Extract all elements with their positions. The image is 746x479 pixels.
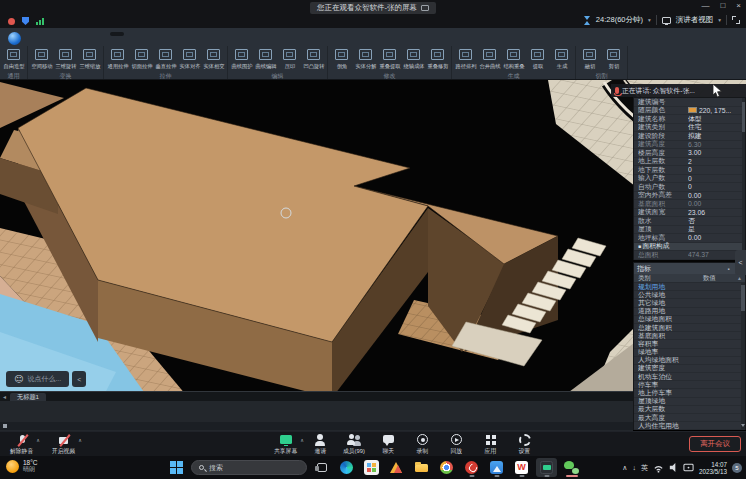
taskbar-icon-wechat[interactable] bbox=[561, 458, 582, 477]
ribbon-button[interactable]: 曲线围护 bbox=[230, 47, 253, 71]
ribbon-tab[interactable] bbox=[30, 32, 44, 36]
property-row[interactable]: 总面积 474.37 bbox=[634, 251, 745, 260]
clock[interactable]: 14:07 2023/5/13 bbox=[699, 461, 727, 475]
ribbon-tab[interactable] bbox=[142, 32, 156, 36]
emoji-icon[interactable]: ☺ bbox=[14, 374, 23, 384]
ribbon-button[interactable]: 三维旋转 bbox=[54, 47, 77, 71]
property-value[interactable]: 474.37 bbox=[688, 251, 740, 258]
scrollbar[interactable] bbox=[742, 98, 745, 259]
ribbon-tab[interactable] bbox=[174, 32, 188, 36]
ribbon-button[interactable]: 三维缩放 bbox=[78, 47, 101, 71]
ribbon-button[interactable]: 路径排列 bbox=[454, 47, 477, 71]
close-button[interactable]: × bbox=[736, 1, 741, 11]
property-value[interactable]: 是 bbox=[688, 224, 740, 234]
search-input[interactable]: 搜索 bbox=[191, 460, 307, 475]
app-logo-icon[interactable] bbox=[8, 32, 21, 45]
taskbar-icon-design[interactable] bbox=[386, 458, 407, 477]
ribbon-tab[interactable] bbox=[126, 32, 140, 36]
meeting-toolbar-item[interactable]: 邀请 bbox=[306, 434, 334, 456]
ribbon-button[interactable]: 实体对齐 bbox=[178, 47, 201, 71]
start-button[interactable] bbox=[166, 458, 187, 477]
property-value[interactable]: 0.00 bbox=[688, 192, 740, 199]
view-mode-label[interactable]: 演讲者视图 bbox=[676, 15, 714, 25]
ribbon-button[interactable]: 融切 bbox=[578, 47, 601, 71]
property-value[interactable]: 23.06 bbox=[688, 209, 740, 216]
ribbon-tab[interactable] bbox=[206, 32, 220, 36]
ribbon-button[interactable]: 重叠修剪 bbox=[426, 47, 449, 71]
ribbon-tab[interactable] bbox=[270, 32, 284, 36]
scrollbar[interactable] bbox=[741, 283, 745, 429]
ribbon-button[interactable]: 剪切 bbox=[602, 47, 625, 71]
notification-badge[interactable]: 5 bbox=[732, 463, 742, 473]
ribbon-button[interactable]: 通用拉伸 bbox=[106, 47, 129, 71]
taskbar-icon-explorer[interactable] bbox=[411, 458, 432, 477]
property-value[interactable]: 3.00 bbox=[688, 149, 740, 156]
meeting-toolbar-item[interactable]: 共享屏幕 bbox=[272, 434, 300, 456]
ribbon-button[interactable]: 合并曲线 bbox=[478, 47, 501, 71]
meeting-toolbar-item[interactable]: 应用 bbox=[476, 434, 504, 456]
meeting-timer[interactable]: 24:28(60分钟) bbox=[596, 15, 643, 25]
ribbon-button[interactable]: 实体相交 bbox=[202, 47, 225, 71]
ribbon-button[interactable]: 垂直拉伸 bbox=[154, 47, 177, 71]
taskbar-icon-store[interactable] bbox=[361, 458, 382, 477]
panel-collapse-handle[interactable]: < bbox=[735, 250, 746, 275]
ribbon-tab[interactable] bbox=[254, 32, 268, 36]
property-value[interactable]: 0 bbox=[688, 166, 740, 173]
input-language[interactable]: 英 bbox=[641, 463, 648, 473]
meeting-toolbar-item[interactable]: 聊天 bbox=[374, 434, 402, 456]
tray-expand-icon[interactable]: ∧ bbox=[622, 464, 627, 472]
back-icon[interactable]: ◂ bbox=[3, 393, 6, 401]
meeting-toolbar-item[interactable]: 开启视频 bbox=[50, 434, 78, 456]
ribbon-button[interactable]: 提取 bbox=[526, 47, 549, 71]
taskbar-icon-chrome[interactable] bbox=[436, 458, 457, 477]
touchpad-icon[interactable] bbox=[683, 463, 694, 473]
minimize-button[interactable]: — bbox=[701, 1, 709, 11]
meeting-toolbar-item[interactable]: 录制 bbox=[408, 434, 436, 456]
task-view-button[interactable] bbox=[311, 458, 332, 477]
maximize-button[interactable]: □ bbox=[720, 1, 725, 11]
caret-icon[interactable] bbox=[78, 437, 82, 443]
ribbon-tab[interactable] bbox=[158, 32, 172, 36]
meeting-toolbar-item[interactable]: 解除静音 bbox=[8, 434, 36, 456]
ribbon-button[interactable]: 自由造型 bbox=[2, 47, 25, 71]
taskbar-icon-cloud[interactable] bbox=[486, 458, 507, 477]
ribbon-button[interactable]: 实体分解 bbox=[354, 47, 377, 71]
ribbon-tab[interactable] bbox=[190, 32, 204, 36]
color-swatch[interactable] bbox=[688, 107, 697, 113]
ribbon-tab[interactable] bbox=[78, 32, 92, 36]
ribbon-button[interactable]: 绕轴成体 bbox=[402, 47, 425, 71]
caret-icon[interactable] bbox=[300, 437, 304, 443]
taskbar-icon-netease[interactable] bbox=[461, 458, 482, 477]
ribbon-tab[interactable] bbox=[62, 32, 76, 36]
property-value[interactable]: 6.30 bbox=[688, 141, 740, 148]
timer-caret-icon[interactable]: ▾ bbox=[648, 17, 651, 23]
meeting-toolbar-item[interactable]: 回放 bbox=[442, 434, 470, 456]
ribbon-button[interactable]: 结构重叠 bbox=[502, 47, 525, 71]
view-caret-icon[interactable]: ▾ bbox=[718, 17, 721, 23]
ribbon-button[interactable]: 重叠提取 bbox=[378, 47, 401, 71]
chat-collapse-button[interactable]: < bbox=[72, 371, 86, 387]
ribbon-tab[interactable] bbox=[222, 32, 236, 36]
scroll-up-icon[interactable]: ▲ bbox=[737, 275, 745, 281]
leave-meeting-button[interactable]: 离开会议 bbox=[689, 436, 741, 452]
caret-icon[interactable] bbox=[36, 437, 40, 443]
property-value[interactable]: 2 bbox=[688, 158, 740, 165]
wifi-icon[interactable] bbox=[653, 462, 664, 473]
property-value[interactable]: 0.00 bbox=[688, 200, 740, 207]
ribbon-tab[interactable] bbox=[110, 32, 124, 36]
document-tab[interactable]: 无标题1 bbox=[10, 393, 46, 402]
property-value[interactable]: 0 bbox=[688, 183, 740, 190]
chat-input[interactable]: ☺ 说点什么... bbox=[6, 371, 69, 387]
ribbon-button[interactable]: 凹凸旋转 bbox=[302, 47, 325, 71]
ribbon-button[interactable]: 倒角 bbox=[330, 47, 353, 71]
fullscreen-icon[interactable] bbox=[732, 16, 740, 24]
taskbar-icon-meeting[interactable] bbox=[536, 458, 557, 477]
ribbon-button[interactable]: 切面拉伸 bbox=[130, 47, 153, 71]
ribbon-button[interactable]: 压印 bbox=[278, 47, 301, 71]
weather-widget[interactable]: 18°C 晴朗 bbox=[6, 459, 38, 473]
ribbon-tab[interactable] bbox=[46, 32, 60, 36]
meeting-toolbar-item[interactable]: 设置 bbox=[510, 434, 538, 456]
download-icon[interactable]: ↓ bbox=[632, 464, 636, 471]
indicator-row[interactable]: 人均住宅用地 bbox=[634, 422, 745, 430]
security-shield-icon[interactable] bbox=[22, 17, 29, 25]
